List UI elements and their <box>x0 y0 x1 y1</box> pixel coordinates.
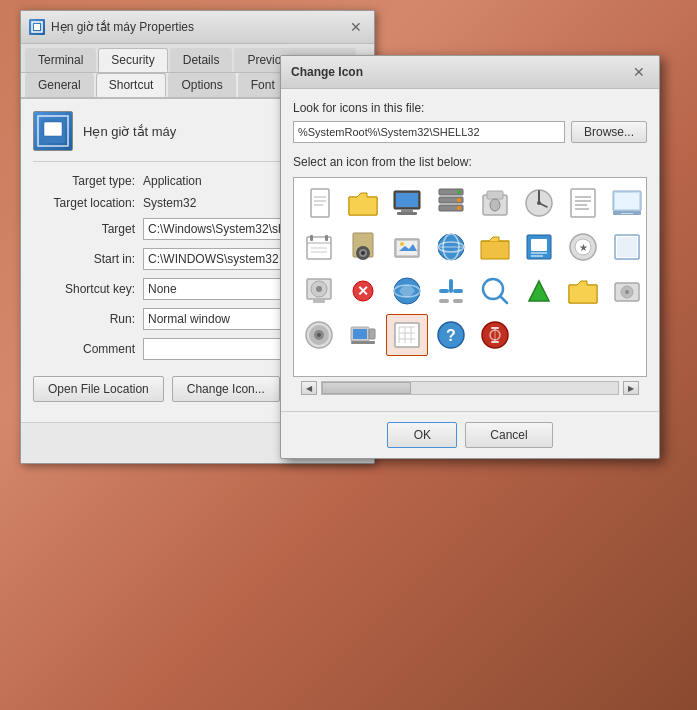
icon-item-24[interactable] <box>298 314 340 356</box>
icon-item-14[interactable]: ★ <box>562 226 604 268</box>
svg-rect-72 <box>453 289 463 293</box>
app-name: Hẹn giờ tắt máy <box>83 124 176 139</box>
svg-rect-13 <box>397 212 417 215</box>
svg-rect-70 <box>449 279 453 293</box>
icon-item-20[interactable] <box>474 270 516 312</box>
svg-point-48 <box>400 242 404 246</box>
svg-rect-27 <box>571 189 595 217</box>
file-input-row: Browse... <box>293 121 647 143</box>
svg-rect-35 <box>621 213 633 214</box>
icon-item-12[interactable] <box>474 226 516 268</box>
icon-item-9[interactable] <box>342 226 384 268</box>
window-title-icon <box>29 19 45 35</box>
icon-item-17[interactable]: ✕ <box>342 270 384 312</box>
dialog-content: Look for icons in this file: Browse... S… <box>281 89 659 411</box>
svg-point-17 <box>457 190 461 194</box>
icon-item-4[interactable] <box>474 182 516 224</box>
tab-options[interactable]: Options <box>168 73 235 97</box>
icon-item-2[interactable] <box>386 182 428 224</box>
icon-item-27[interactable]: ? <box>430 314 472 356</box>
browse-button[interactable]: Browse... <box>571 121 647 143</box>
svg-point-26 <box>537 201 541 205</box>
target-label: Target <box>33 222 143 236</box>
svg-rect-12 <box>401 209 413 212</box>
scroll-thumb <box>322 382 411 394</box>
dialog-cancel-button[interactable]: Cancel <box>465 422 552 448</box>
svg-rect-3 <box>44 122 62 136</box>
icon-item-8[interactable] <box>298 226 340 268</box>
dialog-close-button[interactable]: ✕ <box>629 62 649 82</box>
icon-item-6[interactable] <box>562 182 604 224</box>
icon-item-11[interactable] <box>430 226 472 268</box>
icon-item-23[interactable] <box>606 270 647 312</box>
icon-item-5[interactable] <box>518 182 560 224</box>
icon-item-15[interactable] <box>606 226 647 268</box>
svg-rect-74 <box>453 299 463 303</box>
dialog-titlebar: Change Icon ✕ <box>281 56 659 89</box>
svg-rect-86 <box>353 329 367 339</box>
svg-rect-87 <box>369 329 375 339</box>
icons-grid-container: ★✕? <box>293 177 647 377</box>
window-title: Hẹn giờ tắt máy Properties <box>51 20 194 34</box>
svg-rect-54 <box>531 239 547 251</box>
svg-point-22 <box>490 199 500 211</box>
svg-point-84 <box>317 333 321 337</box>
svg-rect-6 <box>311 189 329 217</box>
file-path-input[interactable] <box>293 121 565 143</box>
icon-item-19[interactable] <box>430 270 472 312</box>
svg-rect-38 <box>310 235 313 241</box>
icon-item-16[interactable] <box>298 270 340 312</box>
svg-text:★: ★ <box>579 242 588 253</box>
select-icon-label: Select an icon from the list below: <box>293 155 647 169</box>
svg-line-76 <box>500 296 507 303</box>
target-location-label: Target location: <box>33 196 143 210</box>
icon-item-10[interactable] <box>386 226 428 268</box>
svg-rect-65 <box>313 299 325 303</box>
svg-rect-73 <box>439 299 449 303</box>
scrollbar-container: ◀ ▶ <box>293 377 647 399</box>
svg-rect-4 <box>44 122 62 136</box>
change-icon-button[interactable]: Change Icon... <box>172 376 280 402</box>
svg-rect-33 <box>615 193 639 209</box>
svg-rect-88 <box>351 341 375 344</box>
icon-item-3[interactable] <box>430 182 472 224</box>
scroll-left-arrow[interactable]: ◀ <box>301 381 317 395</box>
tab-shortcut[interactable]: Shortcut <box>96 73 167 97</box>
svg-point-80 <box>625 290 629 294</box>
icon-item-26[interactable] <box>386 314 428 356</box>
change-icon-dialog: Change Icon ✕ Look for icons in this fil… <box>280 55 660 459</box>
svg-rect-1 <box>34 24 40 30</box>
open-file-location-button[interactable]: Open File Location <box>33 376 164 402</box>
icon-item-21[interactable] <box>518 270 560 312</box>
tab-terminal[interactable]: Terminal <box>25 48 96 72</box>
icons-grid: ★✕? <box>294 178 646 360</box>
look-for-label: Look for icons in this file: <box>293 101 647 115</box>
svg-rect-100 <box>491 341 499 343</box>
icon-item-22[interactable] <box>562 270 604 312</box>
dialog-title: Change Icon <box>291 65 363 79</box>
icon-item-13[interactable] <box>518 226 560 268</box>
icon-item-25[interactable] <box>342 314 384 356</box>
dialog-ok-button[interactable]: OK <box>387 422 457 448</box>
target-type-value: Application <box>143 174 202 188</box>
svg-rect-11 <box>396 193 418 207</box>
icon-item-1[interactable] <box>342 182 384 224</box>
scroll-track[interactable] <box>321 381 619 395</box>
svg-rect-99 <box>491 327 499 329</box>
svg-rect-39 <box>325 235 328 241</box>
shortcut-key-label: Shortcut key: <box>33 282 143 296</box>
svg-marker-77 <box>529 281 549 301</box>
svg-rect-5 <box>49 138 57 141</box>
svg-point-19 <box>457 206 461 210</box>
icon-item-7[interactable] <box>606 182 647 224</box>
icon-item-18[interactable] <box>386 270 428 312</box>
tab-general[interactable]: General <box>25 73 94 97</box>
window-close-button[interactable]: ✕ <box>346 17 366 37</box>
svg-point-45 <box>361 251 365 255</box>
dialog-bottom-buttons: OK Cancel <box>281 411 659 458</box>
tab-details[interactable]: Details <box>170 48 233 72</box>
tab-security[interactable]: Security <box>98 48 167 72</box>
icon-item-0[interactable] <box>298 182 340 224</box>
icon-item-28[interactable] <box>474 314 516 356</box>
scroll-right-arrow[interactable]: ▶ <box>623 381 639 395</box>
